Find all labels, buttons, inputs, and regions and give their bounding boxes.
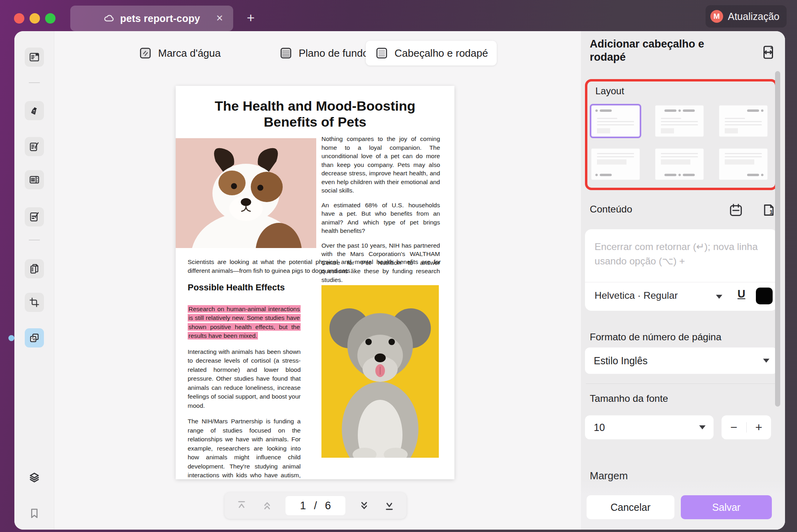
dog-photo-pink: [176, 138, 316, 248]
layout-option-footer-center[interactable]: [655, 149, 704, 180]
update-button[interactable]: M Atualização: [706, 5, 787, 28]
form-spinner-icon: [28, 174, 40, 186]
pdf-page[interactable]: The Health and Mood-Boosting Benefits of…: [176, 86, 454, 479]
chevron-down-icon: [699, 425, 706, 429]
avatar: M: [710, 10, 723, 23]
paragraph: An estimated 68% of U.S. households have…: [321, 201, 440, 235]
next-page-button[interactable]: [357, 499, 371, 512]
paragraph: Scientists are looking at what the poten…: [188, 258, 441, 276]
toolbar-watermark-label: Marca d'água: [158, 47, 221, 60]
sidebar-item-bookmark[interactable]: [25, 504, 44, 523]
sidebar-divider: [29, 240, 40, 240]
insert-date-button[interactable]: [728, 202, 744, 218]
sidebar-item-edit-page[interactable]: [25, 207, 44, 226]
toolbar-watermark-button[interactable]: Marca d'água: [129, 41, 230, 66]
dog-photo-yellow: [321, 285, 439, 458]
font-size-select[interactable]: 10: [585, 415, 714, 439]
chevron-down-icon[interactable]: [716, 295, 722, 299]
sidebar: [14, 31, 54, 530]
svg-text:1: 1: [769, 209, 773, 215]
font-color-swatch[interactable]: [756, 288, 773, 304]
reader-icon: [28, 51, 40, 63]
first-page-button[interactable]: [235, 499, 248, 512]
highlighted-paragraph: Research on human-animal interactions is…: [188, 305, 301, 341]
page-separator: /: [314, 500, 317, 512]
layout-section-label: Layout: [595, 85, 624, 97]
paragraph: Nothing compares to the joy of coming ho…: [321, 135, 440, 195]
previous-page-button[interactable]: [260, 499, 274, 512]
watermark-icon: [138, 46, 153, 60]
page-number-format-value: Estilo Inglês: [594, 355, 648, 367]
font-size-stepper: − +: [722, 415, 771, 439]
sidebar-item-reader[interactable]: [25, 48, 44, 67]
layers-icon: [28, 471, 41, 485]
layout-option-footer-right[interactable]: [719, 149, 767, 180]
sidebar-item-organize-pages[interactable]: [25, 259, 44, 278]
cloud-sync-icon: [103, 12, 115, 24]
page-number-indicator[interactable]: 1 / 6: [285, 496, 345, 515]
document-body-column: Research on human-animal interactions is…: [188, 305, 301, 479]
panel-scrollbar[interactable]: [775, 71, 780, 407]
toolbar-background-button[interactable]: Plano de fundo: [270, 41, 377, 66]
sidebar-item-header-footer[interactable]: [25, 328, 44, 347]
last-page-button[interactable]: [383, 499, 396, 512]
header-footer-icon: [375, 46, 389, 60]
sidebar-item-layers[interactable]: [25, 468, 44, 488]
sidebar-item-crop[interactable]: [25, 293, 44, 312]
cancel-button[interactable]: Cancelar: [587, 495, 674, 519]
paragraph: The NIH/Mars Partnership is funding a ra…: [188, 417, 301, 479]
document-tab[interactable]: pets report-copy ✕: [70, 6, 233, 31]
page-edit-icon: [28, 211, 40, 223]
insert-page-number-button[interactable]: 1: [761, 202, 777, 218]
close-tab-icon[interactable]: ✕: [213, 12, 226, 25]
decrease-font-size-button[interactable]: −: [722, 421, 746, 434]
sidebar-item-highlighter[interactable]: [25, 101, 44, 120]
layout-option-header-left[interactable]: [591, 105, 640, 137]
content-card: Encerrar com retornar (↵); nova linha us…: [585, 229, 777, 311]
close-window-button[interactable]: [14, 13, 24, 24]
minimize-window-button[interactable]: [30, 13, 40, 24]
page-range-button[interactable]: [760, 44, 777, 61]
header-footer-active-icon: [28, 332, 40, 344]
total-pages: 6: [325, 500, 331, 512]
content-section-label: Conteúdo: [590, 204, 632, 215]
toolbar-header-footer-button[interactable]: Cabeçalho e rodapé: [366, 41, 497, 66]
page-number-format-select[interactable]: Estilo Inglês: [585, 347, 777, 374]
bookmark-icon: [28, 507, 41, 520]
sidebar-item-annotate[interactable]: [25, 137, 44, 156]
update-label: Atualização: [728, 11, 779, 22]
page-number-format-label: Formato de número de página: [590, 332, 722, 343]
underline-button[interactable]: U: [738, 288, 745, 300]
toolbar-background-label: Plano de fundo: [299, 47, 369, 60]
note-pen-icon: [28, 141, 40, 153]
new-tab-button[interactable]: +: [242, 9, 260, 26]
sidebar-divider: [29, 82, 40, 83]
document-title: The Health and Mood-Boosting Benefits of…: [192, 98, 438, 130]
layout-option-footer-left[interactable]: [591, 149, 640, 180]
font-size-value: 10: [594, 422, 605, 433]
background-icon: [279, 46, 293, 60]
section-heading: Possible Health Effects: [188, 282, 285, 293]
header-footer-panel: Adicionar cabeçalho e rodapé Layout: [581, 31, 785, 530]
divider: [586, 383, 777, 384]
font-size-label: Tamanho da fonte: [590, 393, 668, 404]
panel-title: Adicionar cabeçalho e rodapé: [590, 38, 730, 64]
layout-option-header-right[interactable]: [719, 105, 767, 137]
page-navigation-bar: 1 / 6: [224, 492, 406, 519]
header-footer-text-input[interactable]: Encerrar com retornar (↵); nova linha us…: [585, 229, 777, 269]
paragraph: Interacting with animals has been shown …: [188, 347, 301, 410]
chevron-down-icon: [763, 359, 769, 363]
zoom-window-button[interactable]: [45, 13, 56, 24]
font-family-value: Helvetica · Regular: [595, 290, 678, 301]
layout-highlight-annotation: Layout: [585, 79, 777, 190]
highlighter-icon: [28, 105, 40, 117]
active-tool-indicator-dot: [8, 335, 14, 341]
toolbar-header-footer-label: Cabeçalho e rodapé: [395, 47, 488, 60]
layout-option-header-center[interactable]: [655, 105, 704, 137]
panel-footer: Cancelar Salvar: [581, 479, 785, 530]
sidebar-item-form-fields[interactable]: [25, 170, 44, 189]
font-row: Helvetica · Regular U: [585, 282, 777, 311]
crop-icon: [28, 296, 40, 308]
save-button[interactable]: Salvar: [681, 495, 772, 519]
increase-font-size-button[interactable]: +: [747, 421, 771, 434]
